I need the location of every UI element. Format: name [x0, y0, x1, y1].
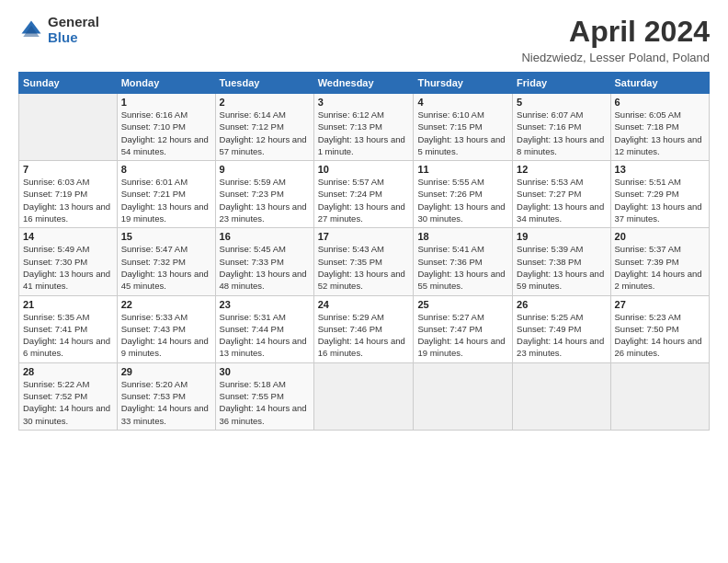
cell-w1-d7: 6 Sunrise: 6:05 AMSunset: 7:18 PMDayligh… — [610, 94, 709, 161]
week-row-4: 21 Sunrise: 5:35 AMSunset: 7:41 PMDaylig… — [19, 295, 710, 362]
main-title: April 2024 — [521, 15, 710, 49]
day-number: 1 — [121, 97, 211, 108]
day-info: Sunrise: 5:39 AMSunset: 7:38 PMDaylight:… — [517, 244, 604, 291]
day-info: Sunrise: 6:14 AMSunset: 7:12 PMDaylight:… — [220, 109, 307, 156]
cell-w1-d2: 1 Sunrise: 6:16 AMSunset: 7:10 PMDayligh… — [117, 94, 215, 161]
day-info: Sunrise: 5:41 AMSunset: 7:36 PMDaylight:… — [417, 244, 505, 291]
day-info: Sunrise: 6:16 AMSunset: 7:10 PMDaylight:… — [121, 109, 209, 156]
day-info: Sunrise: 5:22 AMSunset: 7:52 PMDaylight:… — [23, 379, 110, 426]
subtitle: Niedzwiedz, Lesser Poland, Poland — [521, 51, 710, 64]
cell-w3-d1: 14 Sunrise: 5:49 AMSunset: 7:30 PMDaylig… — [19, 228, 118, 295]
day-info: Sunrise: 5:35 AMSunset: 7:41 PMDaylight:… — [23, 312, 110, 359]
cell-w2-d1: 7 Sunrise: 6:03 AMSunset: 7:19 PMDayligh… — [19, 161, 118, 228]
day-info: Sunrise: 5:57 AMSunset: 7:24 PMDaylight:… — [318, 177, 405, 224]
logo: General Blue — [18, 15, 99, 45]
day-number: 19 — [517, 231, 606, 242]
day-number: 17 — [318, 231, 410, 242]
cell-w4-d6: 26 Sunrise: 5:25 AMSunset: 7:49 PMDaylig… — [513, 295, 610, 362]
day-info: Sunrise: 5:55 AMSunset: 7:26 PMDaylight:… — [417, 177, 505, 224]
day-number: 12 — [517, 164, 606, 175]
day-info: Sunrise: 5:23 AMSunset: 7:50 PMDaylight:… — [615, 312, 702, 359]
day-number: 28 — [23, 366, 113, 377]
day-number: 25 — [417, 299, 508, 310]
logo-text: General Blue — [48, 15, 99, 45]
day-number: 11 — [417, 164, 508, 175]
logo-general: General — [48, 15, 99, 30]
cell-w4-d7: 27 Sunrise: 5:23 AMSunset: 7:50 PMDaylig… — [610, 295, 709, 362]
cell-w3-d6: 19 Sunrise: 5:39 AMSunset: 7:38 PMDaylig… — [513, 228, 610, 295]
day-info: Sunrise: 6:10 AMSunset: 7:15 PMDaylight:… — [417, 109, 505, 156]
day-info: Sunrise: 5:53 AMSunset: 7:27 PMDaylight:… — [517, 177, 604, 224]
cell-w4-d1: 21 Sunrise: 5:35 AMSunset: 7:41 PMDaylig… — [19, 295, 118, 362]
day-number: 15 — [121, 231, 211, 242]
day-number: 8 — [121, 164, 211, 175]
day-number: 21 — [23, 299, 113, 310]
day-info: Sunrise: 6:12 AMSunset: 7:13 PMDaylight:… — [318, 109, 405, 156]
week-row-3: 14 Sunrise: 5:49 AMSunset: 7:30 PMDaylig… — [19, 228, 710, 295]
day-info: Sunrise: 5:18 AMSunset: 7:55 PMDaylight:… — [220, 379, 307, 426]
day-info: Sunrise: 5:37 AMSunset: 7:39 PMDaylight:… — [615, 244, 702, 291]
cell-w5-d4 — [313, 362, 414, 430]
header-monday: Monday — [117, 73, 215, 94]
day-info: Sunrise: 6:01 AMSunset: 7:21 PMDaylight:… — [121, 177, 209, 224]
header: General Blue April 2024 Niedzwiedz, Less… — [18, 15, 710, 64]
week-row-5: 28 Sunrise: 5:22 AMSunset: 7:52 PMDaylig… — [19, 362, 710, 430]
day-number: 14 — [23, 231, 113, 242]
day-info: Sunrise: 5:49 AMSunset: 7:30 PMDaylight:… — [23, 244, 110, 291]
day-number: 10 — [318, 164, 410, 175]
cell-w2-d5: 11 Sunrise: 5:55 AMSunset: 7:26 PMDaylig… — [414, 161, 513, 228]
logo-icon — [18, 17, 44, 43]
cell-w4-d4: 24 Sunrise: 5:29 AMSunset: 7:46 PMDaylig… — [313, 295, 414, 362]
day-info: Sunrise: 5:27 AMSunset: 7:47 PMDaylight:… — [417, 312, 505, 359]
cell-w2-d2: 8 Sunrise: 6:01 AMSunset: 7:21 PMDayligh… — [117, 161, 215, 228]
header-sunday: Sunday — [19, 73, 118, 94]
cell-w2-d7: 13 Sunrise: 5:51 AMSunset: 7:29 PMDaylig… — [610, 161, 709, 228]
page: General Blue April 2024 Niedzwiedz, Less… — [0, 0, 728, 563]
cell-w2-d6: 12 Sunrise: 5:53 AMSunset: 7:27 PMDaylig… — [513, 161, 610, 228]
day-number: 4 — [417, 97, 508, 108]
cell-w1-d3: 2 Sunrise: 6:14 AMSunset: 7:12 PMDayligh… — [215, 94, 313, 161]
day-number: 22 — [121, 299, 211, 310]
cell-w5-d5 — [414, 362, 513, 430]
cell-w5-d3: 30 Sunrise: 5:18 AMSunset: 7:55 PMDaylig… — [215, 362, 313, 430]
cell-w5-d7 — [610, 362, 709, 430]
day-number: 9 — [220, 164, 310, 175]
cell-w4-d2: 22 Sunrise: 5:33 AMSunset: 7:43 PMDaylig… — [117, 295, 215, 362]
calendar-table: Sunday Monday Tuesday Wednesday Thursday… — [18, 72, 710, 431]
day-info: Sunrise: 5:59 AMSunset: 7:23 PMDaylight:… — [220, 177, 307, 224]
day-number: 29 — [121, 366, 211, 377]
day-number: 20 — [615, 231, 705, 242]
header-tuesday: Tuesday — [215, 73, 313, 94]
cell-w3-d2: 15 Sunrise: 5:47 AMSunset: 7:32 PMDaylig… — [117, 228, 215, 295]
day-info: Sunrise: 5:47 AMSunset: 7:32 PMDaylight:… — [121, 244, 209, 291]
title-block: April 2024 Niedzwiedz, Lesser Poland, Po… — [521, 15, 710, 64]
day-info: Sunrise: 5:33 AMSunset: 7:43 PMDaylight:… — [121, 312, 209, 359]
day-number: 2 — [220, 97, 310, 108]
logo-blue: Blue — [48, 30, 99, 46]
cell-w5-d1: 28 Sunrise: 5:22 AMSunset: 7:52 PMDaylig… — [19, 362, 118, 430]
week-row-1: 1 Sunrise: 6:16 AMSunset: 7:10 PMDayligh… — [19, 94, 710, 161]
cell-w5-d6 — [513, 362, 610, 430]
day-info: Sunrise: 5:31 AMSunset: 7:44 PMDaylight:… — [220, 312, 307, 359]
day-info: Sunrise: 6:07 AMSunset: 7:16 PMDaylight:… — [517, 109, 604, 156]
cell-w2-d4: 10 Sunrise: 5:57 AMSunset: 7:24 PMDaylig… — [313, 161, 414, 228]
day-info: Sunrise: 5:20 AMSunset: 7:53 PMDaylight:… — [121, 379, 209, 426]
cell-w5-d2: 29 Sunrise: 5:20 AMSunset: 7:53 PMDaylig… — [117, 362, 215, 430]
day-number: 6 — [615, 97, 705, 108]
day-number: 5 — [517, 97, 606, 108]
day-number: 26 — [517, 299, 606, 310]
day-number: 23 — [220, 299, 310, 310]
cell-w1-d1 — [19, 94, 118, 161]
header-thursday: Thursday — [414, 73, 513, 94]
day-number: 13 — [615, 164, 705, 175]
day-number: 27 — [615, 299, 705, 310]
header-friday: Friday — [513, 73, 610, 94]
day-info: Sunrise: 5:45 AMSunset: 7:33 PMDaylight:… — [220, 244, 307, 291]
day-number: 18 — [417, 231, 508, 242]
cell-w3-d3: 16 Sunrise: 5:45 AMSunset: 7:33 PMDaylig… — [215, 228, 313, 295]
day-info: Sunrise: 5:25 AMSunset: 7:49 PMDaylight:… — [517, 312, 604, 359]
cell-w4-d5: 25 Sunrise: 5:27 AMSunset: 7:47 PMDaylig… — [414, 295, 513, 362]
cell-w3-d7: 20 Sunrise: 5:37 AMSunset: 7:39 PMDaylig… — [610, 228, 709, 295]
header-wednesday: Wednesday — [313, 73, 414, 94]
day-info: Sunrise: 5:29 AMSunset: 7:46 PMDaylight:… — [318, 312, 405, 359]
